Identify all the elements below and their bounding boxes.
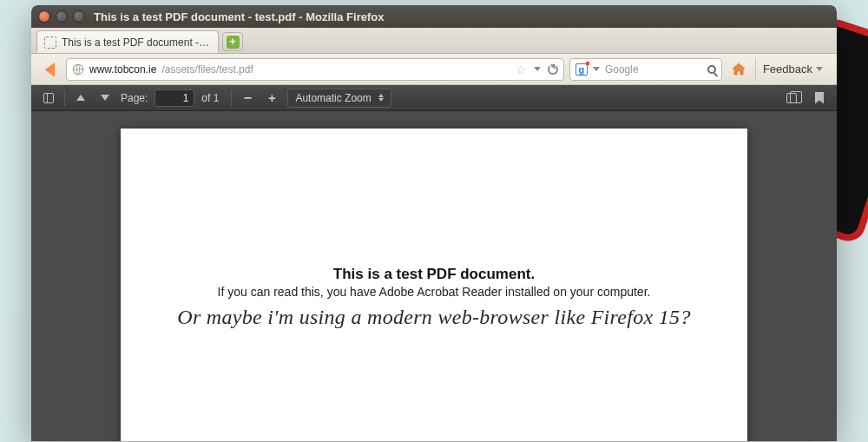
zoom-label: Automatic Zoom bbox=[295, 92, 371, 104]
arrow-up-icon bbox=[76, 95, 85, 101]
window-close-button[interactable] bbox=[38, 10, 50, 23]
open-file-icon bbox=[786, 93, 797, 103]
arrow-down-icon bbox=[101, 95, 109, 101]
url-path: /assets/files/test.pdf bbox=[161, 63, 253, 76]
url-bar[interactable]: www.tobcon.ie/assets/files/test.pdf ☆ bbox=[66, 58, 564, 81]
toggle-sidebar-button[interactable] bbox=[40, 89, 57, 107]
search-placeholder: Google bbox=[605, 63, 702, 76]
zoom-in-button[interactable]: + bbox=[263, 89, 280, 107]
search-engine-dropdown-icon[interactable] bbox=[593, 67, 600, 71]
url-history-dropdown-icon[interactable] bbox=[534, 67, 541, 71]
zoom-select[interactable]: Automatic Zoom bbox=[287, 89, 391, 108]
sidebar-icon bbox=[43, 93, 54, 103]
doc-handwriting: Or maybe i'm using a modern web-browser … bbox=[155, 306, 713, 329]
page-count: of 1 bbox=[201, 92, 219, 104]
home-icon bbox=[730, 61, 747, 78]
tab-favicon-icon bbox=[44, 36, 56, 49]
window-title: This is a test PDF document - test.pdf -… bbox=[94, 10, 384, 23]
toolbar-separator bbox=[64, 90, 65, 106]
search-icon[interactable] bbox=[707, 65, 716, 74]
back-arrow-icon bbox=[45, 63, 55, 76]
navigation-bar: www.tobcon.ie/assets/files/test.pdf ☆ g … bbox=[31, 54, 837, 85]
doc-heading: This is a test PDF document. bbox=[155, 266, 713, 283]
next-page-button[interactable] bbox=[96, 89, 114, 107]
bookmark-icon bbox=[815, 92, 824, 104]
doc-subtext: If you can read this, you have Adobe Acr… bbox=[155, 285, 713, 299]
firefox-window: This is a test PDF document - test.pdf -… bbox=[31, 5, 837, 441]
feedback-button[interactable]: Feedback bbox=[755, 58, 830, 81]
google-engine-icon[interactable]: g bbox=[575, 63, 588, 76]
reload-icon[interactable] bbox=[548, 64, 558, 75]
open-file-button[interactable] bbox=[783, 89, 800, 107]
globe-icon bbox=[72, 63, 84, 76]
page-label: Page: bbox=[121, 92, 148, 104]
urlbar-right-icons: ☆ bbox=[516, 63, 558, 76]
new-tab-button[interactable]: + bbox=[222, 32, 243, 51]
pdf-viewport[interactable]: This is a test PDF document. If you can … bbox=[31, 111, 837, 441]
back-button[interactable] bbox=[38, 58, 61, 81]
window-titlebar: This is a test PDF document - test.pdf -… bbox=[31, 5, 837, 28]
pdf-content: This is a test PDF document. If you can … bbox=[121, 266, 747, 329]
select-caret-icon bbox=[378, 94, 384, 102]
window-maximize-button[interactable] bbox=[73, 10, 85, 23]
window-controls bbox=[38, 10, 85, 23]
pdf-toolbar: Page: of 1 − + Automatic Zoom bbox=[31, 85, 837, 111]
pdf-page: This is a test PDF document. If you can … bbox=[121, 129, 747, 441]
feedback-label: Feedback bbox=[763, 63, 812, 76]
tab-strip: This is a test PDF document - t… + bbox=[31, 28, 837, 54]
search-bar[interactable]: g Google bbox=[569, 58, 722, 81]
plus-icon: + bbox=[227, 36, 240, 49]
bookmark-star-icon[interactable]: ☆ bbox=[516, 63, 527, 76]
current-view-bookmark-button[interactable] bbox=[811, 89, 828, 107]
window-minimize-button[interactable] bbox=[56, 10, 68, 23]
prev-page-button[interactable] bbox=[72, 89, 89, 107]
url-host: www.tobcon.ie bbox=[89, 63, 156, 76]
chevron-down-icon bbox=[816, 67, 823, 71]
toolbar-separator bbox=[231, 90, 232, 106]
tab-label: This is a test PDF document - t… bbox=[62, 36, 211, 49]
page-number-input[interactable] bbox=[155, 89, 194, 107]
home-button[interactable] bbox=[727, 58, 750, 81]
zoom-out-button[interactable]: − bbox=[239, 89, 256, 107]
tab-active[interactable]: This is a test PDF document - t… bbox=[36, 30, 219, 53]
